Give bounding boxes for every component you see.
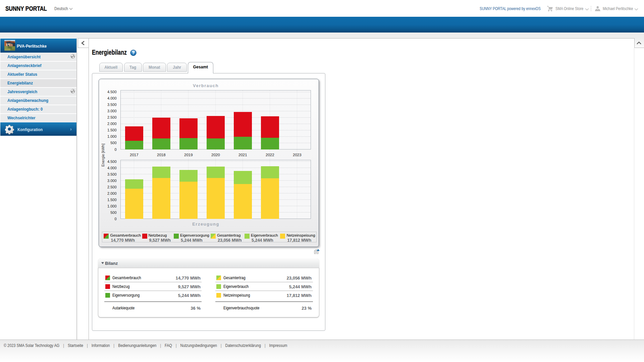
svg-text:1.500: 1.500 (107, 128, 116, 132)
svg-text:3.000: 3.000 (107, 109, 116, 113)
svg-text:2.000: 2.000 (107, 122, 116, 126)
svg-text:2.500: 2.500 (107, 185, 116, 189)
svg-text:1.500: 1.500 (107, 198, 116, 202)
svg-text:?: ? (132, 51, 135, 55)
svg-text:1.000: 1.000 (107, 134, 116, 138)
svg-text:4.000: 4.000 (107, 166, 116, 170)
svg-text:2.500: 2.500 (107, 115, 116, 119)
svg-text:2.000: 2.000 (107, 191, 116, 195)
svg-text:3.500: 3.500 (107, 103, 116, 107)
svg-text:500: 500 (110, 210, 116, 215)
svg-text:Energie [kWh]: Energie [kWh] (101, 143, 105, 167)
svg-text:3.500: 3.500 (107, 172, 116, 176)
svg-text:4.500: 4.500 (107, 90, 116, 94)
svg-text:Erzeugung: Erzeugung (192, 222, 219, 227)
svg-text:0: 0 (114, 147, 116, 152)
svg-text:500: 500 (110, 141, 116, 145)
svg-text:Verbrauch: Verbrauch (193, 83, 218, 88)
svg-text:0: 0 (114, 217, 116, 221)
svg-text:1.000: 1.000 (107, 204, 116, 208)
svg-text:4.500: 4.500 (107, 160, 116, 164)
svg-text:4.000: 4.000 (107, 96, 116, 100)
svg-text:3.000: 3.000 (107, 179, 116, 183)
